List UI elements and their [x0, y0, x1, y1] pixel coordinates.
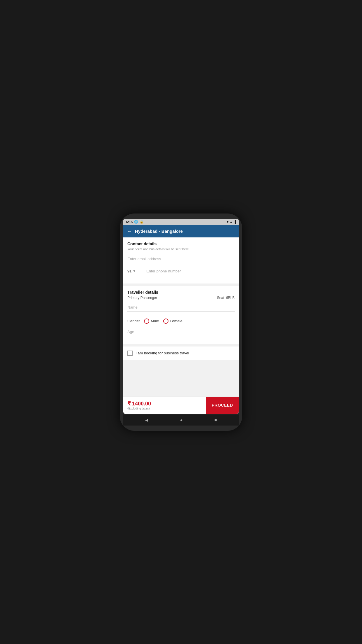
contact-details-section: Contact details Your ticket and bus deta…	[123, 237, 239, 284]
contact-section-title: Contact details	[127, 242, 235, 246]
email-field[interactable]	[127, 255, 235, 263]
proceed-button[interactable]: PROCEED	[206, 397, 239, 414]
female-radio-circle	[163, 318, 168, 324]
world-icon: 🌐	[134, 220, 138, 224]
gender-row: Gender Male Female	[127, 318, 235, 324]
wifi-icon: ▾	[227, 220, 229, 224]
back-button[interactable]: ←	[127, 229, 132, 234]
male-radio[interactable]: Male	[144, 318, 159, 324]
nav-recent-button[interactable]: ■	[215, 418, 217, 422]
bottom-spacer	[123, 362, 239, 365]
status-bar: 6:15 🌐 🔒 ▾ ▲ ▐	[123, 219, 239, 225]
age-field[interactable]	[127, 328, 235, 336]
price-note: (Excluding taxes)	[127, 407, 202, 410]
passenger-row: Primary Passenger Seat 6BLB	[127, 296, 235, 300]
phone-screen: 6:15 🌐 🔒 ▾ ▲ ▐ ← Hyderabad - Bangalore C…	[123, 219, 239, 414]
business-travel-label: I am booking for business travel	[136, 351, 189, 355]
name-field[interactable]	[127, 303, 235, 312]
phone-row: 91 ▼	[127, 267, 235, 275]
male-label: Male	[151, 319, 159, 323]
bottom-bar: ₹ 1400.00 (Excluding taxes) PROCEED	[123, 396, 239, 414]
traveller-details-section: Traveller details Primary Passenger Seat…	[123, 286, 239, 344]
female-label: Female	[170, 319, 182, 323]
price-section: ₹ 1400.00 (Excluding taxes)	[123, 397, 206, 414]
country-code-value: 91	[127, 269, 131, 273]
phone-frame: 6:15 🌐 🔒 ▾ ▲ ▐ ← Hyderabad - Bangalore C…	[120, 214, 242, 431]
country-code-selector[interactable]: 91 ▼	[127, 267, 143, 275]
seat-info: Seat 6BLB	[217, 296, 235, 300]
battery-icon: ▐	[233, 220, 236, 224]
passenger-label: Primary Passenger	[127, 296, 157, 300]
nav-home-button[interactable]: ●	[180, 418, 182, 422]
page-title: Hyderabad - Bangalore	[135, 229, 183, 234]
status-time: 6:15	[126, 220, 133, 224]
signal-icon: ▲	[229, 220, 233, 224]
traveller-section-title: Traveller details	[127, 290, 235, 295]
seat-number: 6BLB	[226, 296, 235, 300]
app-header: ← Hyderabad - Bangalore	[123, 225, 239, 237]
android-nav-bar: ◀ ● ■	[123, 414, 239, 426]
male-radio-circle	[144, 318, 149, 324]
currency-symbol: ₹	[127, 401, 131, 407]
chevron-down-icon: ▼	[133, 270, 136, 273]
female-radio[interactable]: Female	[163, 318, 182, 324]
price-value: 1400.00	[132, 401, 151, 407]
business-travel-section: I am booking for business travel	[123, 346, 239, 360]
contact-section-subtitle: Your ticket and bus details will be sent…	[127, 247, 235, 251]
gender-label: Gender	[127, 319, 140, 323]
seat-label: Seat	[217, 296, 224, 300]
phone-input[interactable]	[146, 267, 235, 275]
business-travel-checkbox[interactable]	[127, 351, 133, 356]
price-display: ₹ 1400.00	[127, 400, 202, 407]
lock-icon: 🔒	[140, 220, 144, 224]
main-content: Contact details Your ticket and bus deta…	[123, 237, 239, 396]
nav-back-button[interactable]: ◀	[145, 418, 148, 422]
